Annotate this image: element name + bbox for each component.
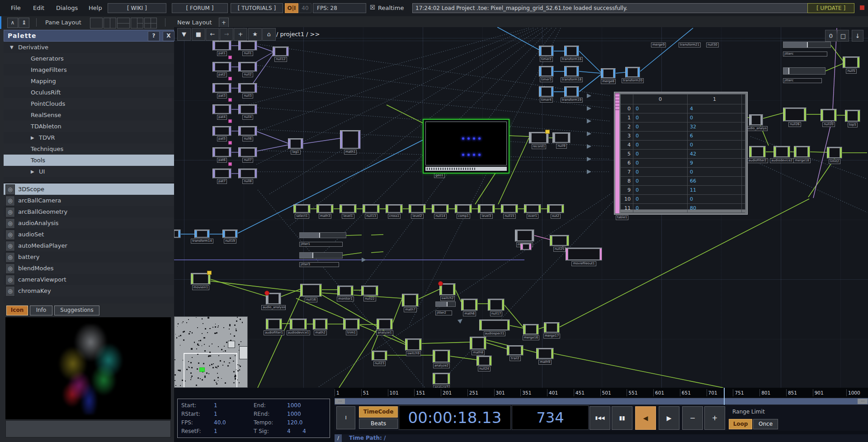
slider-thumb[interactable]	[788, 68, 789, 74]
network-node[interactable]	[212, 169, 231, 179]
param-value[interactable]: 1000	[287, 411, 301, 417]
node-input-connector[interactable]	[515, 230, 517, 241]
node-output-connector[interactable]	[255, 169, 257, 178]
network-node[interactable]	[539, 46, 554, 56]
network-node[interactable]	[238, 41, 257, 51]
node-output-connector[interactable]	[761, 115, 763, 125]
network-node[interactable]	[625, 67, 640, 78]
rewind-button[interactable]: ▮◀◀	[590, 406, 610, 430]
palette-tree-item[interactable]: ▶TDVR	[4, 132, 174, 143]
network-node[interactable]	[300, 284, 322, 297]
node-output-connector[interactable]	[280, 320, 282, 329]
breadcrumb[interactable]: / project1 / >>	[276, 31, 320, 38]
node-input-connector[interactable]	[301, 285, 302, 296]
tutorials-button[interactable]: [ TUTORIALS ]	[231, 3, 283, 13]
node-output-connector[interactable]	[424, 205, 425, 212]
time-path-slash-button[interactable]: /	[335, 434, 342, 442]
node-output-connector[interactable]	[448, 351, 450, 362]
home-icon[interactable]: ⌂	[262, 28, 276, 41]
palette-component-list[interactable]: ◎3DScope◎arcBallCamera◎arcBallGeometry◎a…	[4, 183, 174, 304]
node-input-connector[interactable]	[338, 287, 340, 295]
layout-two-col-button[interactable]	[104, 18, 116, 28]
network-node[interactable]	[343, 319, 360, 330]
pane-menu-icon[interactable]: ▼	[177, 28, 191, 41]
network-node[interactable]	[470, 337, 486, 350]
node-input-connector[interactable]	[537, 349, 538, 358]
node-output-connector[interactable]	[502, 300, 504, 310]
network-node[interactable]	[238, 169, 257, 179]
network-node[interactable]	[529, 132, 549, 144]
palette-component-item[interactable]: ◎audioSet	[4, 229, 174, 240]
palette-component-item[interactable]: ◎3DScope	[4, 183, 174, 195]
node-input-connector[interactable]	[239, 84, 241, 92]
node-input-connector[interactable]	[553, 133, 555, 142]
node-input-connector[interactable]	[565, 87, 566, 96]
network-node[interactable]	[455, 204, 472, 213]
node-input-connector[interactable]	[266, 320, 268, 329]
network-node[interactable]	[539, 66, 554, 77]
node-output-connector[interactable]	[808, 147, 810, 157]
network-node[interactable]	[194, 230, 210, 238]
node-input-connector[interactable]	[843, 57, 845, 67]
timeline-range-bar[interactable]: ⋯ ⋯	[335, 398, 868, 405]
node-input-connector[interactable]	[433, 374, 435, 384]
network-node[interactable]	[544, 322, 560, 333]
network-node[interactable]	[536, 348, 554, 359]
network-node[interactable]	[524, 204, 541, 213]
node-input-connector[interactable]	[547, 205, 549, 212]
node-input-connector[interactable]	[362, 287, 363, 295]
network-node[interactable]	[479, 320, 510, 331]
network-node[interactable]	[601, 68, 616, 79]
node-output-connector[interactable]	[229, 63, 231, 71]
slider-thumb[interactable]	[312, 253, 313, 258]
palette-tree-item[interactable]: PointClouds	[4, 98, 174, 109]
node-input-connector[interactable]	[213, 105, 215, 113]
node-output-connector[interactable]	[521, 346, 523, 355]
node-input-connector[interactable]	[239, 169, 241, 178]
node-input-connector[interactable]	[213, 63, 215, 71]
node-output-connector[interactable]	[320, 285, 321, 296]
node-input-connector[interactable]	[601, 69, 603, 78]
node-output-connector[interactable]	[351, 287, 353, 295]
network-node[interactable]	[290, 319, 307, 330]
layout-grid-button[interactable]	[144, 18, 157, 28]
node-output-connector[interactable]	[516, 205, 518, 212]
realtime-checkbox-icon[interactable]: ☒	[370, 4, 375, 11]
network-node[interactable]	[212, 147, 231, 157]
node-input-connector[interactable]	[273, 47, 275, 56]
network-node[interactable]	[564, 66, 579, 77]
selected-node-name-bar[interactable]	[425, 167, 507, 171]
table-dat-viewer[interactable]: 0100410020323064005042609700806690111000…	[614, 92, 748, 215]
node-output-connector[interactable]	[529, 244, 531, 249]
node-input-connector[interactable]	[477, 357, 479, 365]
node-output-connector[interactable]	[229, 169, 231, 178]
node-input-connector[interactable]	[406, 339, 407, 350]
layout-two-row-button[interactable]	[117, 18, 130, 28]
node-output-connector[interactable]	[835, 110, 836, 121]
node-output-connector[interactable]	[301, 139, 303, 148]
node-input-connector[interactable]	[626, 68, 627, 77]
param-value[interactable]: 1	[214, 411, 217, 417]
node-input-connector[interactable]	[827, 148, 829, 158]
collapsed-arrow-icon[interactable]: ▶	[31, 166, 34, 177]
node-output-connector[interactable]	[788, 147, 790, 157]
slider-thumb[interactable]	[319, 233, 320, 238]
network-node[interactable]	[238, 83, 257, 93]
network-node[interactable]	[238, 126, 257, 136]
palette-tree-item[interactable]: ImageFilters	[4, 64, 174, 75]
network-node[interactable]	[539, 86, 554, 97]
pause-button[interactable]: ▮▮	[612, 406, 632, 430]
node-output-connector[interactable]	[539, 205, 541, 212]
node-output-connector[interactable]	[508, 320, 509, 330]
layout-one-two-button[interactable]	[131, 18, 143, 28]
node-output-connector[interactable]	[255, 148, 257, 156]
node-output-connector[interactable]	[568, 133, 570, 142]
node-output-connector[interactable]	[638, 68, 640, 77]
network-node[interactable]	[266, 319, 282, 330]
network-node[interactable]	[386, 204, 403, 213]
node-output-connector[interactable]	[208, 230, 209, 237]
realtime-label[interactable]: Realtime	[378, 5, 404, 11]
node-output-connector[interactable]	[305, 320, 307, 329]
node-input-connector[interactable]	[478, 205, 480, 212]
node-output-connector[interactable]	[577, 47, 579, 56]
